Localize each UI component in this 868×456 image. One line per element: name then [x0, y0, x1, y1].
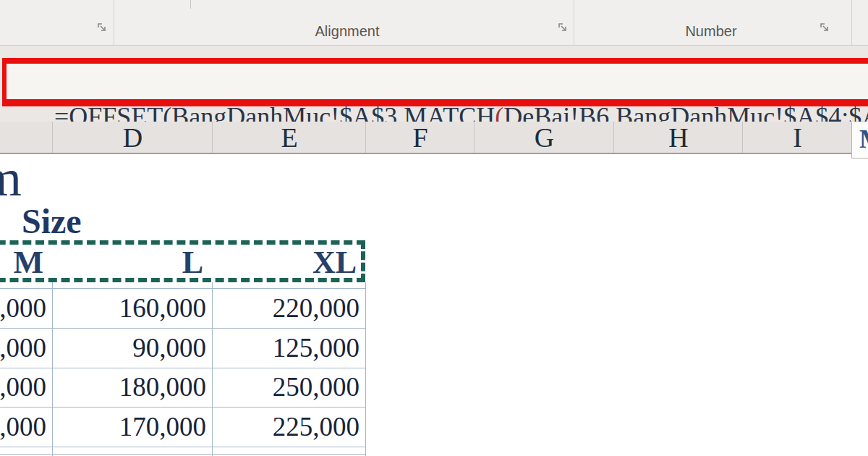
- column-header-i[interactable]: I: [742, 122, 852, 153]
- formula-bar-input[interactable]: =OFFSET(BangDanhMuc!$A$3,MATCH(DeBai!B6,…: [15, 64, 868, 99]
- column-header-partial[interactable]: [0, 122, 52, 153]
- excel-window: Alignment Number: [0, 0, 868, 456]
- cell-size-m[interactable]: M: [0, 246, 52, 279]
- cell[interactable]: 160,000: [52, 288, 212, 328]
- cell[interactable]: 170,000: [52, 407, 212, 447]
- grid-line: [0, 447, 366, 447]
- cell[interactable]: 220,000: [212, 288, 365, 328]
- column-header-f[interactable]: F: [365, 122, 475, 153]
- column-header-h[interactable]: H: [613, 122, 743, 153]
- ribbon-control-divider: [190, 0, 191, 9]
- cell[interactable]: 180,000: [52, 368, 212, 407]
- ribbon: Alignment Number: [0, 0, 868, 46]
- cell[interactable]: 90,000: [52, 328, 212, 368]
- cell[interactable]: 225,000: [212, 407, 365, 447]
- overlay-m-box: M: [851, 122, 868, 159]
- formula-bar-highlight: =OFFSET(BangDanhMuc!$A$3,MATCH(DeBai!B6,…: [2, 58, 868, 106]
- cell[interactable]: ,000: [0, 368, 52, 407]
- ribbon-group-number-label: Number: [653, 22, 769, 41]
- cell-size-l[interactable]: L: [52, 246, 212, 279]
- cell[interactable]: 250,000: [212, 368, 365, 407]
- sheet-title-fragment: m: [0, 152, 22, 204]
- group-divider: [574, 0, 574, 45]
- column-header-d[interactable]: D: [52, 122, 213, 153]
- group-divider: [851, 0, 852, 45]
- column-header-e[interactable]: E: [212, 122, 366, 153]
- cell-size-xl[interactable]: XL: [212, 246, 365, 279]
- dialog-launcher-icon[interactable]: [96, 22, 109, 34]
- column-header-row: D E F G H I: [0, 122, 868, 154]
- dialog-launcher-icon[interactable]: [557, 22, 569, 34]
- column-header-g[interactable]: G: [474, 122, 614, 153]
- group-divider: [114, 0, 114, 45]
- grid-line: [0, 454, 366, 455]
- cell[interactable]: ,000: [0, 407, 52, 447]
- size-heading: Size: [22, 204, 82, 239]
- dialog-launcher-icon[interactable]: [819, 22, 831, 34]
- cell[interactable]: 125,000: [212, 328, 365, 368]
- grid-line: [365, 282, 366, 456]
- cell[interactable]: ,000: [0, 328, 52, 368]
- cell[interactable]: ,000: [0, 288, 52, 328]
- ribbon-group-alignment-label: Alignment: [289, 22, 405, 41]
